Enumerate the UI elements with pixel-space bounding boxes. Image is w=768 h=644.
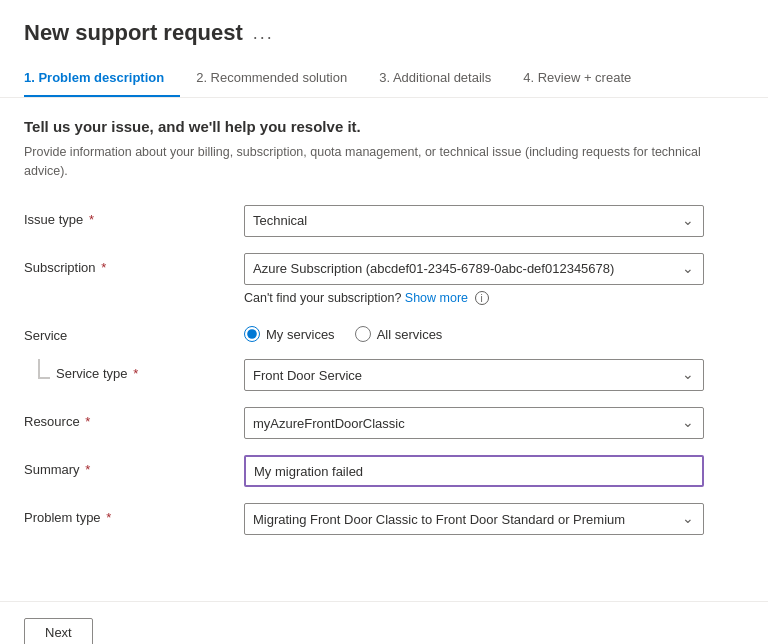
issue-type-row: Issue type * Technical Billing Subscript… (24, 205, 744, 237)
problem-type-required: * (103, 510, 112, 525)
issue-type-select[interactable]: Technical Billing Subscription Managemen… (244, 205, 704, 237)
subscription-row: Subscription * Azure Subscription (abcde… (24, 253, 744, 306)
issue-type-label: Issue type * (24, 205, 244, 227)
tab-additional-details[interactable]: 3. Additional details (363, 58, 507, 97)
page-title: New support request (24, 20, 243, 46)
issue-type-control: Technical Billing Subscription Managemen… (244, 205, 744, 237)
subscription-select[interactable]: Azure Subscription (abcdef01-2345-6789-0… (244, 253, 704, 285)
main-content: Tell us your issue, and we'll help you r… (0, 98, 768, 571)
resource-required: * (82, 414, 91, 429)
page-title-more[interactable]: ... (253, 23, 274, 44)
service-label: Service (24, 321, 244, 343)
issue-type-required: * (85, 212, 94, 227)
section-desc: Provide information about your billing, … (24, 143, 744, 181)
all-services-radio[interactable] (355, 326, 371, 342)
summary-label: Summary * (24, 455, 244, 477)
section-title: Tell us your issue, and we'll help you r… (24, 118, 744, 135)
service-type-select[interactable]: Front Door Service Application Gateway A… (244, 359, 704, 391)
subscription-dropdown-wrapper: Azure Subscription (abcdef01-2345-6789-0… (244, 253, 704, 285)
subscription-label: Subscription * (24, 253, 244, 275)
tab-recommended-solution[interactable]: 2. Recommended solution (180, 58, 363, 97)
tab-problem-description[interactable]: 1. Problem description (24, 58, 180, 97)
issue-type-dropdown-wrapper: Technical Billing Subscription Managemen… (244, 205, 704, 237)
wizard-steps: 1. Problem description 2. Recommended so… (0, 58, 768, 98)
service-type-label: Service type * (56, 366, 138, 381)
service-radio-group: My services All services (244, 321, 744, 342)
resource-control: myAzureFrontDoorClassic (244, 407, 744, 439)
service-type-required: * (130, 366, 139, 381)
page-header: New support request ... (0, 0, 768, 58)
summary-row: Summary * (24, 455, 744, 487)
summary-required: * (82, 462, 91, 477)
info-icon[interactable]: i (475, 291, 489, 305)
resource-select[interactable]: myAzureFrontDoorClassic (244, 407, 704, 439)
all-services-option[interactable]: All services (355, 326, 443, 342)
summary-control (244, 455, 744, 487)
subscription-control: Azure Subscription (abcdef01-2345-6789-0… (244, 253, 744, 306)
footer: Next (0, 602, 768, 644)
resource-dropdown-wrapper: myAzureFrontDoorClassic (244, 407, 704, 439)
my-services-radio[interactable] (244, 326, 260, 342)
service-control: My services All services (244, 321, 744, 342)
service-type-label-area: Service type * (38, 359, 244, 381)
my-services-option[interactable]: My services (244, 326, 335, 342)
next-button[interactable]: Next (24, 618, 93, 644)
service-type-dropdown-wrapper: Front Door Service Application Gateway A… (244, 359, 704, 391)
problem-type-select[interactable]: Migrating Front Door Classic to Front Do… (244, 503, 704, 535)
show-more-link[interactable]: Show more (405, 291, 472, 305)
resource-label: Resource * (24, 407, 244, 429)
service-row: Service My services All services (24, 321, 744, 343)
cant-find-text: Can't find your subscription? Show more … (244, 291, 744, 306)
problem-type-row: Problem type * Migrating Front Door Clas… (24, 503, 744, 535)
tab-review-create[interactable]: 4. Review + create (507, 58, 647, 97)
summary-input[interactable] (244, 455, 704, 487)
problem-type-label: Problem type * (24, 503, 244, 525)
problem-type-control: Migrating Front Door Classic to Front Do… (244, 503, 744, 535)
resource-row: Resource * myAzureFrontDoorClassic (24, 407, 744, 439)
problem-type-dropdown-wrapper: Migrating Front Door Classic to Front Do… (244, 503, 704, 535)
service-type-row: Service type * Front Door Service Applic… (38, 359, 744, 391)
subscription-required: * (98, 260, 107, 275)
service-type-control: Front Door Service Application Gateway A… (244, 359, 744, 391)
